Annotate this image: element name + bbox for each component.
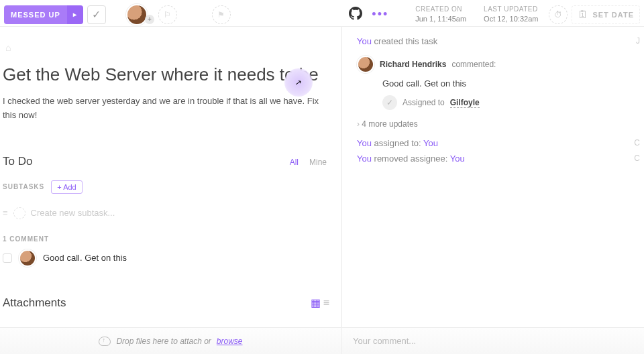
- toolbar: MESSED UP ▸ ✓ + ⚐ ⚑ ••• CREATED ON Jun 1…: [0, 0, 644, 27]
- activity-panel: You created this task J Richard Hendriks…: [342, 27, 644, 327]
- activity-assigned: You assigned to: You C: [357, 138, 644, 148]
- upload-cloud-icon: [99, 337, 111, 346]
- list-view-icon[interactable]: ≡: [323, 297, 332, 308]
- more-updates-toggle[interactable]: 4 more updates: [357, 119, 644, 129]
- cursor-pulse-icon: [284, 68, 313, 97]
- main-content: ⌂ Get the Web Server where it needs to b…: [0, 27, 644, 327]
- activity-author-avatar[interactable]: [357, 56, 374, 73]
- activity-created: You created this task J: [357, 36, 644, 46]
- attachments-view-toggle[interactable]: ▦≡: [311, 296, 332, 309]
- activity-assigned-pill: ✓ Assigned to Gilfoyle: [382, 95, 644, 110]
- assignee-avatar[interactable]: [126, 4, 148, 25]
- activity-time-glyph: J: [636, 36, 640, 46]
- comment-row[interactable]: Good call. Get on this: [3, 249, 341, 267]
- dropzone[interactable]: Drop files here to attach or browse: [0, 328, 342, 354]
- list-icon: ≡: [3, 208, 8, 218]
- caret-right-icon[interactable]: ▸: [67, 5, 83, 24]
- commenter-avatar[interactable]: [19, 249, 36, 267]
- add-watcher-placeholder[interactable]: ⚐: [158, 5, 177, 24]
- status-dropdown[interactable]: MESSED UP ▸: [4, 5, 83, 24]
- assignee-link[interactable]: Gilfoyle: [450, 98, 480, 108]
- activity-comment: Richard Hendriks commented: Good call. G…: [357, 56, 644, 110]
- todo-heading: To Do: [3, 155, 284, 168]
- tag-icon[interactable]: ⌂: [5, 42, 11, 53]
- check-circle-icon: ✓: [382, 95, 397, 110]
- comment-count: 1 COMMENT: [3, 235, 341, 243]
- more-menu-icon[interactable]: •••: [366, 7, 394, 21]
- subtasks-label: SUBTASKS: [3, 183, 44, 190]
- task-description[interactable]: I checked the web server yesterday and w…: [3, 95, 341, 123]
- task-panel: ⌂ Get the Web Server where it needs to b…: [0, 27, 342, 327]
- assignee-placeholder-icon[interactable]: [13, 207, 25, 219]
- status-label: MESSED UP: [4, 5, 67, 24]
- add-assignee-icon[interactable]: +: [145, 15, 154, 24]
- priority-flag-placeholder[interactable]: ⚑: [212, 5, 231, 24]
- tab-all[interactable]: All: [284, 158, 304, 167]
- checkmark-button[interactable]: ✓: [87, 5, 106, 24]
- attachments-heading: Attachments: [3, 296, 311, 310]
- footer: Drop files here to attach or browse Your…: [0, 327, 644, 354]
- tab-mine[interactable]: Mine: [304, 158, 332, 167]
- activity-comment-body: Good call. Get on this: [382, 78, 644, 88]
- comment-checkbox[interactable]: [3, 253, 12, 263]
- comment-input[interactable]: Your comment...: [342, 328, 644, 354]
- add-subtask-button[interactable]: + Add: [51, 180, 82, 194]
- new-subtask-input[interactable]: ≡ Create new subtask...: [3, 207, 341, 219]
- set-date-button[interactable]: 🗓 SET DATE: [572, 5, 640, 24]
- last-updated: LAST UPDATED Oct 12, 10:32am: [477, 5, 545, 24]
- timer-placeholder[interactable]: ⏱: [549, 5, 568, 24]
- comment-text: Good call. Get on this: [43, 253, 127, 263]
- grid-view-icon[interactable]: ▦: [311, 297, 323, 308]
- created-on: CREATED ON Jun 1, 11:45am: [409, 5, 473, 24]
- browse-link[interactable]: browse: [217, 337, 243, 346]
- activity-removed: You removed assignee: You C: [357, 154, 644, 164]
- github-icon[interactable]: [349, 7, 362, 23]
- calendar-icon: 🗓: [578, 9, 588, 21]
